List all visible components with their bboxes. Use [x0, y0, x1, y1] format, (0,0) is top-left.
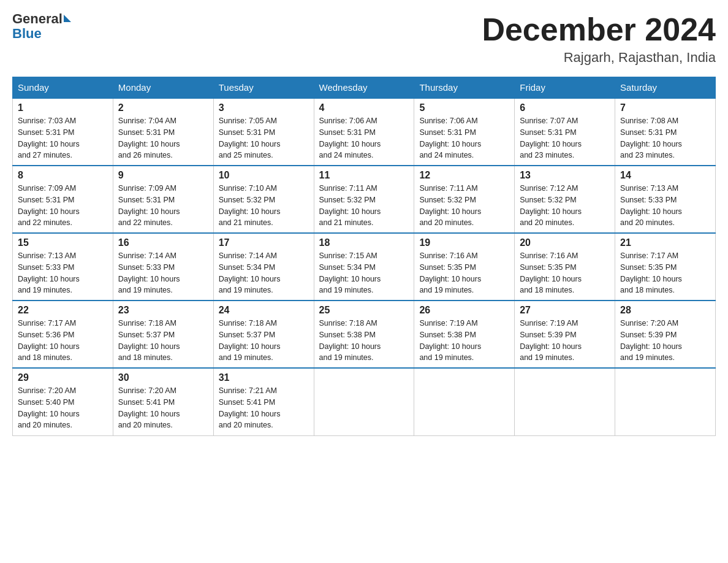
- calendar-table: SundayMondayTuesdayWednesdayThursdayFrid…: [12, 77, 716, 436]
- calendar-week-row: 22Sunrise: 7:17 AMSunset: 5:36 PMDayligh…: [13, 301, 716, 368]
- day-info: Sunrise: 7:17 AMSunset: 5:35 PMDaylight:…: [620, 250, 710, 296]
- day-number: 5: [419, 102, 509, 113]
- calendar-cell: 11Sunrise: 7:11 AMSunset: 5:32 PMDayligh…: [314, 166, 414, 233]
- col-header-tuesday: Tuesday: [213, 77, 314, 99]
- day-info: Sunrise: 7:16 AMSunset: 5:35 PMDaylight:…: [520, 250, 610, 296]
- calendar-cell: 15Sunrise: 7:13 AMSunset: 5:33 PMDayligh…: [13, 233, 113, 301]
- calendar-cell: 5Sunrise: 7:06 AMSunset: 5:31 PMDaylight…: [414, 98, 515, 166]
- calendar-cell: 12Sunrise: 7:11 AMSunset: 5:32 PMDayligh…: [414, 166, 515, 233]
- calendar-cell: 18Sunrise: 7:15 AMSunset: 5:34 PMDayligh…: [314, 233, 414, 301]
- calendar-cell: [515, 368, 615, 435]
- day-info: Sunrise: 7:13 AMSunset: 5:33 PMDaylight:…: [620, 183, 710, 229]
- calendar-cell: 1Sunrise: 7:03 AMSunset: 5:31 PMDaylight…: [13, 98, 113, 166]
- calendar-cell: 27Sunrise: 7:19 AMSunset: 5:39 PMDayligh…: [515, 301, 615, 368]
- day-number: 11: [319, 170, 409, 181]
- day-number: 21: [620, 237, 710, 248]
- day-info: Sunrise: 7:05 AMSunset: 5:31 PMDaylight:…: [219, 115, 309, 161]
- day-number: 20: [520, 237, 610, 248]
- day-number: 6: [520, 102, 610, 113]
- day-info: Sunrise: 7:10 AMSunset: 5:32 PMDaylight:…: [219, 183, 309, 229]
- calendar-cell: 14Sunrise: 7:13 AMSunset: 5:33 PMDayligh…: [615, 166, 716, 233]
- day-info: Sunrise: 7:21 AMSunset: 5:41 PMDaylight:…: [219, 385, 309, 431]
- day-number: 1: [18, 102, 108, 113]
- day-number: 24: [219, 305, 309, 316]
- day-number: 30: [118, 372, 208, 383]
- day-number: 4: [319, 102, 409, 113]
- day-number: 8: [18, 170, 108, 181]
- calendar-header-row: SundayMondayTuesdayWednesdayThursdayFrid…: [13, 77, 716, 99]
- day-number: 27: [520, 305, 610, 316]
- day-number: 28: [620, 305, 710, 316]
- day-info: Sunrise: 7:06 AMSunset: 5:31 PMDaylight:…: [419, 115, 509, 161]
- calendar-cell: 23Sunrise: 7:18 AMSunset: 5:37 PMDayligh…: [113, 301, 213, 368]
- logo-triangle-icon: [64, 15, 71, 22]
- calendar-cell: [615, 368, 716, 435]
- calendar-week-row: 8Sunrise: 7:09 AMSunset: 5:31 PMDaylight…: [13, 166, 716, 233]
- day-info: Sunrise: 7:03 AMSunset: 5:31 PMDaylight:…: [18, 115, 108, 161]
- calendar-cell: 6Sunrise: 7:07 AMSunset: 5:31 PMDaylight…: [515, 98, 615, 166]
- day-info: Sunrise: 7:17 AMSunset: 5:36 PMDaylight:…: [18, 318, 108, 364]
- day-info: Sunrise: 7:20 AMSunset: 5:40 PMDaylight:…: [18, 385, 108, 431]
- day-number: 23: [118, 305, 208, 316]
- calendar-cell: 30Sunrise: 7:20 AMSunset: 5:41 PMDayligh…: [113, 368, 213, 435]
- day-number: 18: [319, 237, 409, 248]
- day-number: 25: [319, 305, 409, 316]
- day-info: Sunrise: 7:14 AMSunset: 5:34 PMDaylight:…: [219, 250, 309, 296]
- day-info: Sunrise: 7:20 AMSunset: 5:41 PMDaylight:…: [118, 385, 208, 431]
- col-header-sunday: Sunday: [13, 77, 113, 99]
- page-header: General Blue December 2024 Rajgarh, Raja…: [12, 12, 716, 66]
- day-info: Sunrise: 7:11 AMSunset: 5:32 PMDaylight:…: [319, 183, 409, 229]
- day-info: Sunrise: 7:08 AMSunset: 5:31 PMDaylight:…: [620, 115, 710, 161]
- calendar-week-row: 15Sunrise: 7:13 AMSunset: 5:33 PMDayligh…: [13, 233, 716, 301]
- day-number: 16: [118, 237, 208, 248]
- logo-blue-text: Blue: [12, 26, 42, 41]
- day-number: 31: [219, 372, 309, 383]
- calendar-cell: [414, 368, 515, 435]
- calendar-cell: 28Sunrise: 7:20 AMSunset: 5:39 PMDayligh…: [615, 301, 716, 368]
- calendar-cell: 31Sunrise: 7:21 AMSunset: 5:41 PMDayligh…: [213, 368, 314, 435]
- calendar-week-row: 29Sunrise: 7:20 AMSunset: 5:40 PMDayligh…: [13, 368, 716, 435]
- calendar-cell: 22Sunrise: 7:17 AMSunset: 5:36 PMDayligh…: [13, 301, 113, 368]
- calendar-cell: 8Sunrise: 7:09 AMSunset: 5:31 PMDaylight…: [13, 166, 113, 233]
- day-info: Sunrise: 7:19 AMSunset: 5:39 PMDaylight:…: [520, 318, 610, 364]
- day-number: 26: [419, 305, 509, 316]
- calendar-cell: 25Sunrise: 7:18 AMSunset: 5:38 PMDayligh…: [314, 301, 414, 368]
- col-header-saturday: Saturday: [615, 77, 716, 99]
- calendar-cell: 24Sunrise: 7:18 AMSunset: 5:37 PMDayligh…: [213, 301, 314, 368]
- calendar-cell: [314, 368, 414, 435]
- day-info: Sunrise: 7:19 AMSunset: 5:38 PMDaylight:…: [419, 318, 509, 364]
- col-header-thursday: Thursday: [414, 77, 515, 99]
- day-info: Sunrise: 7:11 AMSunset: 5:32 PMDaylight:…: [419, 183, 509, 229]
- day-number: 10: [219, 170, 309, 181]
- calendar-cell: 9Sunrise: 7:09 AMSunset: 5:31 PMDaylight…: [113, 166, 213, 233]
- day-number: 29: [18, 372, 108, 383]
- calendar-cell: 26Sunrise: 7:19 AMSunset: 5:38 PMDayligh…: [414, 301, 515, 368]
- day-info: Sunrise: 7:06 AMSunset: 5:31 PMDaylight:…: [319, 115, 409, 161]
- day-number: 15: [18, 237, 108, 248]
- title-block: December 2024 Rajgarh, Rajasthan, India: [482, 12, 716, 66]
- calendar-cell: 3Sunrise: 7:05 AMSunset: 5:31 PMDaylight…: [213, 98, 314, 166]
- col-header-wednesday: Wednesday: [314, 77, 414, 99]
- day-info: Sunrise: 7:07 AMSunset: 5:31 PMDaylight:…: [520, 115, 610, 161]
- day-number: 19: [419, 237, 509, 248]
- day-number: 7: [620, 102, 710, 113]
- day-number: 14: [620, 170, 710, 181]
- calendar-cell: 10Sunrise: 7:10 AMSunset: 5:32 PMDayligh…: [213, 166, 314, 233]
- calendar-cell: 7Sunrise: 7:08 AMSunset: 5:31 PMDaylight…: [615, 98, 716, 166]
- calendar-cell: 17Sunrise: 7:14 AMSunset: 5:34 PMDayligh…: [213, 233, 314, 301]
- calendar-cell: 20Sunrise: 7:16 AMSunset: 5:35 PMDayligh…: [515, 233, 615, 301]
- calendar-cell: 4Sunrise: 7:06 AMSunset: 5:31 PMDaylight…: [314, 98, 414, 166]
- calendar-cell: 21Sunrise: 7:17 AMSunset: 5:35 PMDayligh…: [615, 233, 716, 301]
- logo: General Blue: [12, 12, 71, 40]
- day-info: Sunrise: 7:09 AMSunset: 5:31 PMDaylight:…: [18, 183, 108, 229]
- calendar-cell: 16Sunrise: 7:14 AMSunset: 5:33 PMDayligh…: [113, 233, 213, 301]
- month-title: December 2024: [482, 12, 716, 47]
- logo-general-text: General: [12, 12, 63, 26]
- day-number: 2: [118, 102, 208, 113]
- day-info: Sunrise: 7:18 AMSunset: 5:37 PMDaylight:…: [118, 318, 208, 364]
- day-info: Sunrise: 7:16 AMSunset: 5:35 PMDaylight:…: [419, 250, 509, 296]
- location-title: Rajgarh, Rajasthan, India: [482, 50, 716, 66]
- day-info: Sunrise: 7:13 AMSunset: 5:33 PMDaylight:…: [18, 250, 108, 296]
- calendar-cell: 2Sunrise: 7:04 AMSunset: 5:31 PMDaylight…: [113, 98, 213, 166]
- day-info: Sunrise: 7:20 AMSunset: 5:39 PMDaylight:…: [620, 318, 710, 364]
